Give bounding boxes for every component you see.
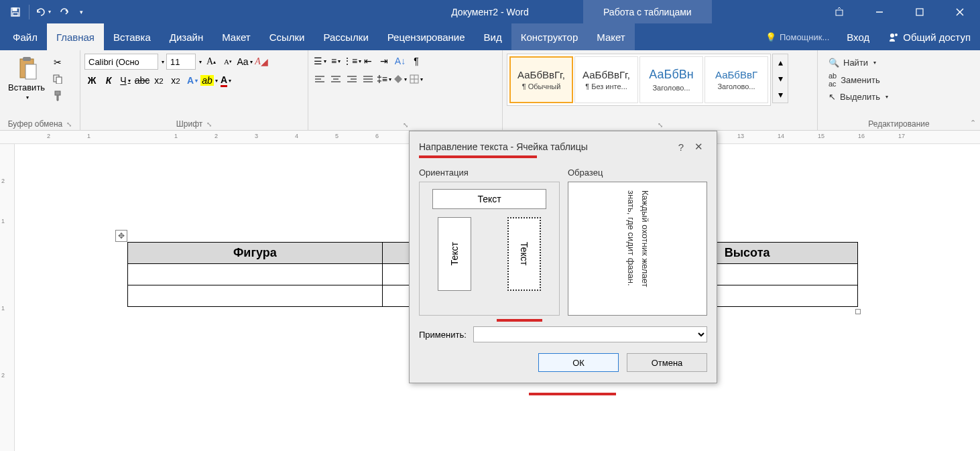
tab-file[interactable]: Файл [3, 23, 47, 50]
styles-more[interactable]: ▾ [773, 86, 788, 103]
style-heading1[interactable]: АаБбВнЗаголово... [639, 56, 703, 103]
line-spacing-button[interactable]: ‡≡▾ [377, 72, 391, 86]
decrease-indent-button[interactable]: ⇤ [361, 54, 375, 68]
justify-button[interactable] [361, 72, 375, 86]
svg-rect-15 [55, 91, 60, 95]
sort-button[interactable]: A↓ [393, 54, 408, 68]
font-size-input[interactable] [166, 54, 196, 70]
clear-format-button[interactable]: A◢ [254, 54, 269, 69]
clipboard-group-label: Буфер обмена [8, 119, 63, 129]
style-heading2[interactable]: АаБбВвГЗаголово... [705, 56, 768, 103]
undo-button[interactable]: ▾ [33, 2, 53, 22]
signin-button[interactable]: Вход [837, 31, 879, 43]
minimize-button[interactable] [859, 0, 900, 23]
redo-button[interactable] [54, 2, 74, 22]
table-tools-title: Работа с таблицами [583, 0, 712, 23]
strike-button[interactable]: abc [135, 73, 149, 88]
table-resize-handle[interactable] [855, 309, 861, 314]
align-right-button[interactable] [345, 72, 359, 86]
cursor-icon: ↖ [829, 92, 836, 102]
clipboard-launcher[interactable]: ⤡ [66, 121, 72, 128]
apply-label: Применить: [419, 330, 467, 340]
save-button[interactable] [5, 2, 25, 22]
copy-button[interactable] [50, 72, 65, 86]
font-launcher[interactable]: ⤡ [206, 121, 212, 128]
group-editing: 🔍Найти▾ abacЗаменить ↖Выделить▾ Редактир… [818, 50, 980, 130]
increase-indent-button[interactable]: ⇥ [377, 54, 391, 68]
styles-up[interactable]: ▴ [773, 54, 788, 70]
font-size-dropdown[interactable]: ▾ [199, 59, 202, 65]
cut-button[interactable]: ✂ [50, 55, 65, 70]
table-move-handle[interactable]: ✥ [115, 230, 127, 242]
ok-button[interactable]: ОК [538, 353, 619, 372]
decrease-font-button[interactable]: A▾ [221, 54, 235, 69]
highlight-button[interactable]: ab▾ [202, 73, 217, 88]
select-button[interactable]: ↖Выделить▾ [829, 92, 888, 102]
table-header-figure[interactable]: Фигура [128, 243, 383, 264]
sample-text: Каждый охотник желает знать, где сидит ф… [623, 190, 652, 307]
tab-view[interactable]: Вид [475, 23, 511, 50]
style-normal[interactable]: АаБбВвГг,¶ Обычный [509, 56, 573, 103]
apply-select[interactable] [473, 326, 707, 342]
orientation-horizontal[interactable]: Текст [432, 189, 546, 209]
find-button[interactable]: 🔍Найти▾ [829, 58, 888, 68]
svg-rect-11 [23, 57, 31, 61]
styles-down[interactable]: ▾ [773, 70, 788, 86]
bold-button[interactable]: Ж [84, 73, 99, 88]
tab-layout[interactable]: Макет [212, 23, 259, 50]
styles-gallery[interactable]: АаБбВвГг,¶ Обычный АаБбВвГг,¶ Без инте..… [507, 54, 771, 106]
superscript-button[interactable]: x2 [168, 73, 183, 88]
style-nospacing[interactable]: АаБбВвГг,¶ Без инте... [574, 56, 638, 103]
font-group-label: Шрифт [176, 119, 202, 129]
tab-references[interactable]: Ссылки [260, 23, 314, 50]
dialog-close-button[interactable]: ✕ [690, 138, 707, 155]
show-marks-button[interactable]: ¶ [409, 54, 424, 68]
orientation-vertical-up[interactable]: Текст [438, 217, 471, 291]
numbering-button[interactable]: ≡▾ [328, 54, 343, 68]
svg-rect-2 [13, 13, 18, 15]
tab-table-construct[interactable]: Конструктор [511, 23, 588, 50]
shading-button[interactable]: ▾ [393, 72, 408, 86]
dialog-help-button[interactable]: ? [672, 138, 690, 155]
italic-button[interactable]: К [101, 73, 116, 88]
font-family-dropdown[interactable]: ▾ [162, 59, 164, 65]
editing-group-label: Редактирование [868, 119, 929, 129]
ribbon-options-button[interactable] [819, 0, 859, 23]
close-button[interactable] [940, 0, 980, 23]
font-family-input[interactable] [84, 54, 158, 70]
tab-design[interactable]: Дизайн [160, 23, 212, 50]
tell-me[interactable]: 💡Помощник... [757, 32, 837, 42]
ruler-vertical[interactable]: 2 1 1 2 [0, 144, 15, 451]
subscript-button[interactable]: x2 [151, 73, 166, 88]
tab-mailings[interactable]: Рассылки [314, 23, 377, 50]
font-color-button[interactable]: A▾ [219, 73, 233, 88]
maximize-button[interactable] [900, 0, 940, 23]
change-case-button[interactable]: Aa▾ [237, 54, 252, 69]
cancel-button[interactable]: Отмена [627, 353, 707, 372]
tab-insert[interactable]: Вставка [104, 23, 160, 50]
paste-button[interactable]: Вставить ▾ [4, 54, 49, 103]
svg-point-9 [895, 34, 898, 36]
borders-button[interactable]: ▾ [409, 72, 424, 86]
tab-home[interactable]: Главная [47, 23, 104, 50]
text-effects-button[interactable]: A▾ [185, 73, 200, 88]
ribbon: Вставить ▾ ✂ Буфер обмена⤡ ▾ ▾ A▴ A▾ Aa▾… [0, 50, 980, 131]
replace-button[interactable]: abacЗаменить [829, 72, 888, 88]
qat-customize[interactable]: ▾ [76, 2, 86, 22]
orientation-vertical-down[interactable]: Текст [507, 217, 541, 291]
table-cell[interactable] [128, 285, 383, 307]
align-center-button[interactable] [328, 72, 343, 86]
tab-table-layout[interactable]: Макет [587, 23, 634, 50]
table-cell[interactable] [128, 264, 383, 285]
bullets-button[interactable]: ☰▾ [312, 54, 327, 68]
format-painter-button[interactable] [50, 88, 65, 103]
collapse-ribbon-button[interactable]: ⌃ [970, 119, 976, 127]
share-button[interactable]: Общий доступ [879, 31, 980, 43]
tab-review[interactable]: Рецензирование [378, 23, 475, 50]
increase-font-button[interactable]: A▴ [204, 54, 219, 69]
multilevel-button[interactable]: ⋮≡▾ [345, 54, 359, 68]
align-left-button[interactable] [312, 72, 327, 86]
styles-launcher[interactable]: ⤡ [658, 121, 663, 129]
underline-button[interactable]: Ч▾ [118, 73, 133, 88]
paragraph-launcher[interactable]: ⤡ [403, 121, 408, 129]
